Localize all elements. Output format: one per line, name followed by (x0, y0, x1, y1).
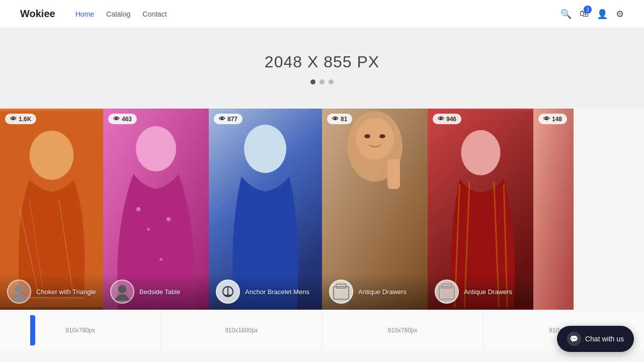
product-thumb-4 (329, 280, 353, 304)
hero-text: 2048 X 855 PX (265, 53, 379, 71)
eye-icon-4: 👁 (332, 115, 339, 123)
view-count-5: 👁 946 (433, 114, 461, 124)
svg-point-11 (167, 217, 171, 221)
account-button[interactable]: 👤 (597, 9, 608, 20)
product-name-4: Antique Drawers (358, 288, 407, 296)
svg-point-16 (244, 125, 286, 173)
product-card-3[interactable]: 👁 877 Anchor Bracelet Mens (209, 109, 322, 310)
nav-link-home[interactable]: Home (75, 10, 94, 18)
product-card-2[interactable]: 👁 463 Bedside Table (103, 109, 209, 310)
product-card-6[interactable]: 👁 148 (533, 109, 574, 310)
product-name-1: Choker with Triangle (36, 288, 96, 296)
product-thumb-1 (7, 280, 31, 304)
product-overlay-3: Anchor Bracelet Mens (209, 274, 322, 310)
bottom-cell-2: 910x1600px (161, 310, 322, 350)
product-name-5: Antique Drawers (464, 288, 512, 296)
product-name-3: Anchor Bracelet Mens (245, 288, 309, 296)
product-name-2: Bedside Table (139, 288, 180, 296)
navbar: Wokiee Home Catalog Contact 🔍 🛍 3 👤 ⚙ (0, 0, 644, 28)
bottom-cell-label-3: 910x780px (388, 327, 418, 334)
brand-logo[interactable]: Wokiee (20, 8, 55, 20)
svg-point-5 (15, 285, 23, 293)
view-count-6: 👁 148 (538, 114, 567, 124)
product-card-4[interactable]: 👁 81 Antique Drawers (322, 109, 428, 310)
nav-icons: 🔍 🛍 3 👤 ⚙ (560, 9, 624, 20)
hero-dot-3[interactable] (329, 79, 334, 84)
settings-button[interactable]: ⚙ (616, 9, 624, 20)
svg-point-13 (118, 285, 126, 293)
product-thumb-2 (110, 280, 134, 304)
view-count-1: 👁 1.6K (5, 114, 36, 124)
hero-dots (310, 79, 334, 84)
product-thumb-5 (435, 280, 459, 304)
view-count-4: 👁 81 (327, 114, 352, 124)
eye-icon-6: 👁 (543, 115, 550, 123)
products-section: 👁 1.6K Choker with Triangle (0, 109, 644, 310)
hero-dot-1[interactable] (310, 79, 315, 84)
nav-links: Home Catalog Contact (75, 10, 560, 18)
svg-point-12 (159, 258, 163, 261)
cart-button[interactable]: 🛍 3 (580, 9, 589, 19)
eye-icon-5: 👁 (438, 115, 444, 123)
svg-point-1 (30, 131, 74, 180)
chat-icon: 💬 (567, 332, 581, 346)
view-count-2: 👁 463 (108, 114, 137, 124)
svg-rect-25 (387, 159, 400, 189)
view-count-3: 👁 877 (214, 114, 243, 124)
svg-point-9 (136, 207, 140, 211)
eye-icon-1: 👁 (10, 115, 17, 123)
nav-link-catalog[interactable]: Catalog (106, 10, 130, 18)
hero-banner: 2048 X 855 PX (0, 28, 644, 109)
product-overlay-1: Choker with Triangle (0, 274, 103, 310)
product-thumb-3 (216, 280, 240, 304)
search-button[interactable]: 🔍 (560, 9, 572, 20)
bottom-cell-label-1: 910x780px (65, 327, 95, 334)
svg-point-8 (136, 126, 176, 171)
svg-point-23 (364, 134, 370, 138)
bottom-cell-3: 910x780px (323, 310, 484, 350)
nav-link-contact[interactable]: Contact (142, 10, 167, 18)
product-card-5[interactable]: 👁 946 Antique Drawers (428, 109, 533, 310)
bottom-grid: 910x780px 910x1600px 910x780px 910x780px (0, 310, 644, 350)
chat-button-label: Chat with us (585, 335, 624, 343)
svg-point-10 (147, 228, 150, 231)
chat-button[interactable]: 💬 Chat with us (557, 326, 634, 350)
svg-point-29 (461, 130, 500, 175)
product-card-1[interactable]: 👁 1.6K Choker with Triangle (0, 109, 103, 310)
svg-rect-36 (533, 109, 574, 310)
bottom-cell-label-2: 910x1600px (225, 327, 258, 334)
eye-icon-2: 👁 (113, 115, 120, 123)
cart-badge: 3 (584, 6, 592, 14)
svg-point-22 (356, 118, 394, 160)
product-overlay-5: Antique Drawers (428, 274, 533, 310)
eye-icon-3: 👁 (219, 115, 225, 123)
svg-point-24 (379, 134, 385, 138)
product-overlay-2: Bedside Table (103, 274, 209, 310)
hero-dot-2[interactable] (319, 79, 325, 84)
bottom-cell-1: 910x780px (0, 310, 161, 350)
product-overlay-4: Antique Drawers (322, 274, 428, 310)
